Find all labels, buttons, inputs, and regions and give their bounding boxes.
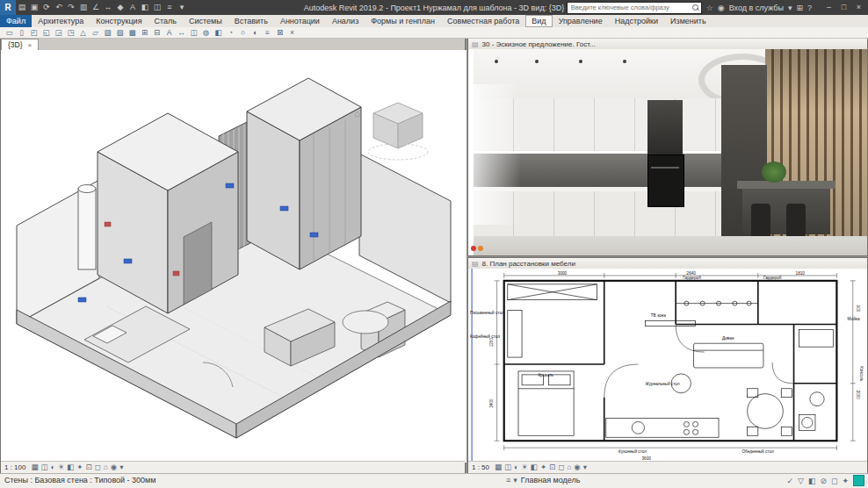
default-3d-view-icon[interactable]: ◧ (139, 0, 151, 15)
view3d-show-crop-icon[interactable]: ◻ (95, 462, 101, 473)
app-menu-button[interactable]: R (0, 0, 16, 15)
aligned-dimension-icon[interactable]: ↔ (102, 0, 114, 15)
measure-icon[interactable]: ∠ (90, 0, 102, 15)
view3d-unlock-view-icon[interactable]: ⌂ (104, 462, 108, 473)
ribbon-tab-5[interactable]: Системы (183, 15, 228, 27)
switch-windows-tool-icon[interactable]: ⊠ (274, 27, 286, 38)
save-icon[interactable]: ▣ (28, 0, 40, 15)
ribbon-tab-14[interactable]: Изменить (664, 15, 712, 27)
view-tab-3d[interactable]: {3D} × (1, 39, 39, 50)
ceiling-tool-icon[interactable]: ▱ (90, 27, 101, 38)
window-tool-icon[interactable]: ◱ (40, 27, 52, 38)
dimension-tool-icon[interactable]: ↔ (176, 27, 187, 38)
ribbon-tab-8[interactable]: Анализ (326, 15, 365, 27)
tag-icon[interactable]: ◆ (114, 0, 127, 15)
undo-icon[interactable]: ↶ (53, 0, 65, 15)
plan-scale-icon[interactable]: ▦ (495, 462, 502, 473)
select-by-face-icon[interactable]: ◻ (831, 477, 837, 485)
view3d-scale-label[interactable]: 1 : 100 (4, 463, 25, 471)
stairs-tool-icon[interactable]: ▧ (114, 27, 126, 38)
maximize-button[interactable]: □ (836, 0, 851, 15)
minimize-button[interactable]: – (821, 0, 836, 15)
ribbon-tab-6[interactable]: Вставить (228, 15, 274, 27)
plan-show-crop-icon[interactable]: ◻ (558, 462, 564, 473)
thin-lines-icon[interactable]: ≡ (163, 0, 176, 15)
close-button[interactable]: × (851, 0, 866, 15)
worksets-icon[interactable]: ≡ (506, 476, 510, 484)
ribbon-tab-4[interactable]: Сталь (148, 15, 183, 27)
view3d-render-icon[interactable]: ✦ (76, 462, 83, 473)
close-hidden-tool-icon[interactable]: × (286, 27, 298, 38)
open-file-icon[interactable]: ▤ (16, 0, 28, 15)
drag-on-selection-icon[interactable]: ✦ (842, 477, 849, 485)
thin-lines-tool-icon[interactable]: ≡ (262, 27, 273, 38)
view3d-isolate-icon[interactable]: ◉ (111, 462, 117, 473)
view3d-detail-level-icon[interactable]: ◫ (41, 462, 48, 473)
ribbon-tab-7[interactable]: Аннотации (274, 15, 326, 27)
select-pinned-icon[interactable]: ⊘ (820, 477, 827, 485)
view3d-sun-path-icon[interactable]: ☀ (58, 462, 65, 473)
help-icon[interactable]: ? (807, 4, 812, 12)
plan-crop-view-icon[interactable]: ⊡ (549, 462, 555, 473)
search-input[interactable] (569, 4, 691, 12)
ribbon-tab-1[interactable]: Файл (0, 15, 32, 27)
component-tool-icon[interactable]: ◲ (53, 27, 64, 38)
model-caret-icon[interactable]: ▾ (513, 476, 517, 484)
plan-scale-label[interactable]: 1 : 50 (472, 463, 489, 471)
floor-tool-icon[interactable]: ▨ (102, 27, 113, 38)
signin-label[interactable]: Вход в службы (729, 4, 784, 12)
redo-icon[interactable]: ↷ (65, 0, 77, 15)
room-tool-icon[interactable]: ⊞ (139, 27, 150, 38)
ribbon-tab-13[interactable]: Надстройки (609, 15, 664, 27)
column-tool-icon[interactable]: ◳ (65, 27, 76, 38)
text-icon[interactable]: A (127, 0, 139, 15)
customize-qat-icon[interactable]: ▾ (176, 0, 188, 15)
ribbon-tab-2[interactable]: Архитектура (32, 15, 90, 27)
ribbon-tab-11[interactable]: Вид (525, 15, 552, 27)
view-3d-tool-icon[interactable]: ◧ (213, 27, 224, 38)
select-links-icon[interactable]: ◧ (808, 477, 816, 485)
plan-isolate-icon[interactable]: ◉ (574, 462, 580, 473)
text-tool-icon[interactable]: A (163, 27, 175, 38)
view3d-more-icon[interactable]: ▾ (119, 462, 123, 473)
wall-tool-icon[interactable]: ▯ (16, 27, 27, 38)
plan-canvas[interactable]: ГардеробГардеробПисьменный столКофейный … (468, 269, 867, 462)
star-icon[interactable]: ☆ (706, 4, 713, 12)
modify-tool-icon[interactable]: ▭ (4, 27, 15, 38)
walkthrough-tool-icon[interactable]: ○ (237, 27, 249, 38)
sync-icon[interactable]: ⟳ (40, 0, 53, 15)
ribbon-tab-10[interactable]: Совместная работа (441, 15, 525, 27)
signin-caret-icon[interactable]: ▾ (788, 4, 792, 12)
close-view-icon[interactable]: × (28, 41, 33, 49)
filter-icon[interactable]: ▽ (798, 477, 804, 485)
editable-only-icon[interactable]: ✓ (786, 477, 793, 485)
render-canvas[interactable] (468, 49, 867, 255)
print-icon[interactable]: ▥ (77, 0, 90, 15)
plan-detail-level-icon[interactable]: ◫ (504, 462, 511, 473)
plan-more-icon[interactable]: ▾ (583, 462, 587, 473)
callout-tool-icon[interactable]: ◍ (200, 27, 212, 38)
section-icon[interactable]: ◫ (151, 0, 163, 15)
view3d-crop-view-icon[interactable]: ⊡ (85, 462, 91, 473)
plan-shadows-icon[interactable]: ◧ (531, 462, 538, 473)
visibility-tool-icon[interactable]: ◐ (250, 27, 261, 38)
3d-canvas[interactable]: ⌂ (1, 50, 465, 462)
plan-unlock-view-icon[interactable]: ⌂ (567, 462, 571, 473)
plan-visual-style-icon[interactable]: ◐ (514, 462, 518, 473)
plan-render-icon[interactable]: ✦ (540, 462, 546, 473)
view3d-scale-icon[interactable]: ▦ (31, 462, 38, 473)
viewcube-home-icon[interactable]: ⌂ (354, 108, 360, 118)
roof-tool-icon[interactable]: △ (77, 27, 89, 38)
ribbon-tab-9[interactable]: Формы и генплан (365, 15, 441, 27)
room-tag-tool-icon[interactable]: ⊟ (151, 27, 163, 38)
statusbar-model-label[interactable]: Главная модель (521, 476, 581, 484)
cart-icon[interactable]: ⊞ (796, 4, 803, 12)
section-tool-icon[interactable]: ◫ (188, 27, 199, 38)
ribbon-tab-3[interactable]: Конструкция (90, 15, 148, 27)
door-tool-icon[interactable]: ◰ (28, 27, 40, 38)
view3d-visual-style-icon[interactable]: ◐ (51, 462, 55, 473)
view3d-shadows-icon[interactable]: ◧ (67, 462, 74, 473)
plan-sun-path-icon[interactable]: ☀ (521, 462, 528, 473)
selection-toggle-icon[interactable] (853, 475, 864, 486)
railing-tool-icon[interactable]: ▩ (127, 27, 138, 38)
